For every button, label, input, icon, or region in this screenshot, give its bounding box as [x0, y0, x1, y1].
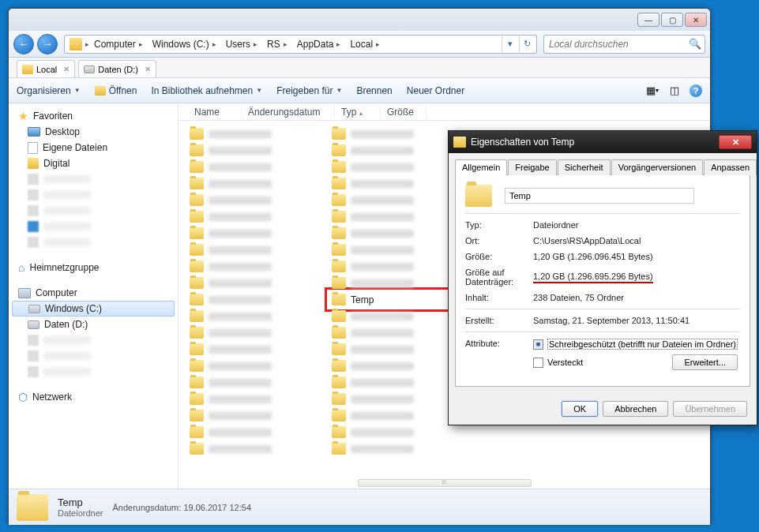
file-item-blurred[interactable]: [186, 208, 329, 225]
burn-button[interactable]: Brennen: [356, 85, 392, 96]
file-item-blurred[interactable]: [329, 424, 471, 440]
file-item-blurred[interactable]: [186, 175, 329, 192]
search-input[interactable]: [547, 38, 689, 51]
homegroup-icon: ⌂: [18, 261, 24, 274]
col-type[interactable]: Typ ▴: [341, 107, 381, 118]
maximize-button[interactable]: ▢: [661, 13, 683, 27]
breadcrumb[interactable]: Windows (C:)▸: [148, 37, 221, 51]
file-item-blurred[interactable]: [329, 440, 471, 457]
sidebar-digital[interactable]: Digital: [9, 155, 178, 171]
tab-daten[interactable]: Daten (D:) ✕: [78, 60, 156, 77]
newfolder-button[interactable]: Neuer Ordner: [407, 85, 464, 96]
sidebar-item-blurred[interactable]: [9, 187, 178, 203]
file-label: [351, 230, 414, 238]
breadcrumb[interactable]: AppData▸: [292, 37, 346, 51]
sidebar-drive-c[interactable]: Windows (C:): [12, 301, 175, 317]
file-item-blurred[interactable]: [186, 192, 329, 208]
cancel-button[interactable]: Abbrechen: [603, 401, 668, 417]
sidebar-item-blurred[interactable]: [9, 219, 178, 234]
sidebar-item-blurred[interactable]: [9, 364, 178, 380]
file-item-blurred[interactable]: [186, 374, 329, 391]
close-tab-icon[interactable]: ✕: [63, 65, 70, 73]
file-item-blurred[interactable]: [186, 225, 329, 242]
file-item-blurred[interactable]: [186, 308, 329, 324]
back-button[interactable]: ←: [13, 34, 34, 54]
file-item-blurred[interactable]: [186, 424, 329, 440]
forward-button[interactable]: →: [37, 34, 58, 54]
file-item-blurred[interactable]: [186, 142, 329, 159]
tab-customize[interactable]: Anpassen: [704, 159, 757, 175]
file-item-blurred[interactable]: [186, 407, 329, 424]
folder-icon: [332, 178, 346, 189]
help-icon[interactable]: ?: [689, 84, 702, 97]
breadcrumb[interactable]: Users▸: [221, 37, 262, 51]
sidebar-documents[interactable]: Eigene Dateien: [9, 140, 178, 155]
tab-general[interactable]: Allgemein: [455, 159, 507, 175]
hidden-checkbox[interactable]: [533, 358, 543, 368]
file-item-blurred[interactable]: [186, 358, 329, 374]
sidebar-desktop[interactable]: Desktop: [9, 124, 178, 140]
tab-sharing[interactable]: Freigabe: [508, 159, 556, 175]
advanced-button[interactable]: Erweitert...: [672, 354, 738, 370]
breadcrumb[interactable]: Local▸: [345, 37, 385, 51]
file-item-blurred[interactable]: [186, 324, 329, 341]
file-item-blurred[interactable]: [186, 258, 329, 275]
preview-pane-icon[interactable]: ◫: [667, 84, 682, 98]
sidebar-item-blurred[interactable]: [9, 234, 178, 250]
address-bar[interactable]: ▸ Computer▸ Windows (C:)▸ Users▸ RS▸ App…: [64, 35, 537, 54]
sidebar-item-blurred[interactable]: [9, 203, 178, 219]
sidebar-item-blurred[interactable]: [9, 332, 178, 348]
file-item-blurred[interactable]: [186, 291, 329, 308]
readonly-checkbox[interactable]: ■: [533, 339, 543, 350]
folder-icon: [190, 377, 204, 388]
sidebar-favorites[interactable]: ★Favoriten: [9, 108, 178, 124]
dialog-titlebar[interactable]: Eigenschaften von Temp ✕: [449, 131, 757, 153]
horizontal-scrollbar[interactable]: [358, 479, 532, 487]
file-label: [209, 296, 272, 304]
sidebar-item-blurred[interactable]: [9, 348, 178, 364]
navbar: ← → ▸ Computer▸ Windows (C:)▸ Users▸ RS▸…: [9, 31, 710, 58]
close-tab-icon[interactable]: ✕: [145, 65, 151, 73]
ok-button[interactable]: OK: [562, 401, 598, 417]
sidebar-item-blurred[interactable]: [9, 171, 178, 187]
col-size[interactable]: Größe: [387, 107, 426, 118]
open-button[interactable]: Öffnen: [95, 85, 137, 96]
col-name[interactable]: Name: [194, 107, 242, 118]
file-item-blurred[interactable]: [186, 159, 329, 175]
folder-icon: [22, 65, 33, 74]
file-label: [351, 346, 414, 354]
file-item-blurred[interactable]: [186, 126, 329, 142]
tab-security[interactable]: Sicherheit: [558, 159, 611, 175]
tab-local[interactable]: Local ✕: [17, 60, 75, 77]
dialog-close-button[interactable]: ✕: [719, 135, 752, 149]
dropdown-icon[interactable]: ▾: [502, 36, 517, 52]
sidebar-network[interactable]: ⬡Netzwerk: [9, 389, 178, 405]
sidebar-homegroup[interactable]: ⌂Heimnetzgruppe: [9, 260, 178, 275]
attributes-label: Attribute:: [465, 339, 533, 348]
organize-button[interactable]: Organisieren▼: [17, 85, 81, 96]
share-button[interactable]: Freigeben für▼: [276, 85, 342, 96]
tab-previous[interactable]: Vorgängerversionen: [611, 159, 703, 175]
breadcrumb[interactable]: RS▸: [262, 37, 292, 51]
breadcrumb[interactable]: Computer▸: [89, 37, 148, 51]
refresh-icon[interactable]: ↻: [519, 36, 535, 52]
file-label: [209, 279, 272, 287]
sidebar-drive-d[interactable]: Daten (D:): [9, 317, 178, 332]
apply-button[interactable]: Übernehmen: [673, 401, 747, 417]
file-item-blurred[interactable]: [186, 242, 329, 258]
search-box[interactable]: 🔍: [543, 35, 705, 54]
close-button[interactable]: ✕: [685, 13, 707, 27]
file-label: [209, 246, 272, 254]
sidebar-computer[interactable]: Computer: [9, 285, 178, 301]
folder-icon: [332, 310, 346, 322]
folder-name-input[interactable]: [505, 188, 694, 204]
search-icon[interactable]: 🔍: [689, 38, 701, 50]
file-item-blurred[interactable]: [186, 391, 329, 407]
minimize-button[interactable]: —: [637, 13, 659, 27]
file-item-blurred[interactable]: [186, 440, 329, 457]
file-item-blurred[interactable]: [186, 341, 329, 358]
col-date[interactable]: Änderungsdatum: [248, 107, 335, 118]
library-button[interactable]: In Bibliothek aufnehmen▼: [151, 85, 262, 96]
file-item-blurred[interactable]: [186, 275, 329, 291]
view-options-icon[interactable]: ▦▾: [645, 84, 659, 98]
